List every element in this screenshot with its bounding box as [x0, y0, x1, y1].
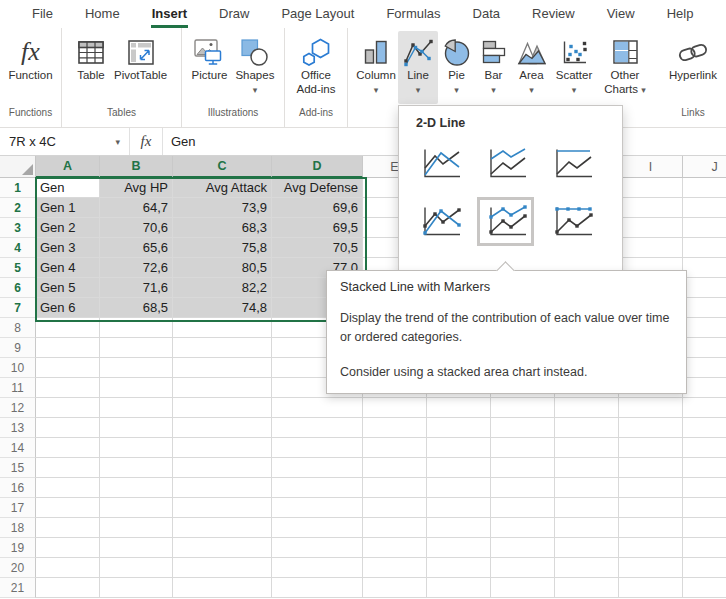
cell-B20[interactable]	[100, 558, 173, 578]
tab-draw[interactable]: Draw	[203, 0, 265, 28]
cell-J7[interactable]	[683, 298, 726, 318]
cell-B11[interactable]	[100, 378, 173, 398]
cell-H15[interactable]	[555, 458, 619, 478]
cell-I4[interactable]	[619, 238, 683, 258]
gallery-item-line[interactable]	[411, 139, 468, 188]
cell-E15[interactable]	[363, 458, 427, 478]
pivottable-button[interactable]: PivotTable	[111, 31, 170, 83]
cell-I14[interactable]	[619, 438, 683, 458]
cell-B15[interactable]	[100, 458, 173, 478]
cell-I3[interactable]	[619, 218, 683, 238]
cell-C18[interactable]	[173, 518, 272, 538]
cell-C14[interactable]	[173, 438, 272, 458]
gallery-item-100-stacked-line[interactable]	[543, 139, 600, 188]
cell-B10[interactable]	[100, 358, 173, 378]
cell-D4[interactable]: 70,5	[272, 238, 363, 258]
column-header-B[interactable]: B	[100, 156, 173, 178]
cell-H20[interactable]	[555, 558, 619, 578]
cell-A11[interactable]	[36, 378, 100, 398]
row-header-6[interactable]: 6	[0, 278, 36, 298]
cell-J8[interactable]	[683, 318, 726, 338]
cell-B9[interactable]	[100, 338, 173, 358]
other-charts-button[interactable]: OtherCharts ▾	[597, 31, 653, 104]
cell-B3[interactable]: 70,6	[100, 218, 173, 238]
row-header-16[interactable]: 16	[0, 478, 36, 498]
tab-data[interactable]: Data	[457, 0, 516, 28]
cell-C1[interactable]: Avg Attack	[173, 178, 272, 198]
cell-J14[interactable]	[683, 438, 726, 458]
cell-B21[interactable]	[100, 578, 173, 598]
row-header-18[interactable]: 18	[0, 518, 36, 538]
cell-E18[interactable]	[363, 518, 427, 538]
cell-J4[interactable]	[683, 238, 726, 258]
cell-I18[interactable]	[619, 518, 683, 538]
cell-C7[interactable]: 74,8	[173, 298, 272, 318]
select-all-corner[interactable]	[0, 156, 36, 178]
row-header-21[interactable]: 21	[0, 578, 36, 598]
cell-H16[interactable]	[555, 478, 619, 498]
cell-G18[interactable]	[491, 518, 555, 538]
cell-H17[interactable]	[555, 498, 619, 518]
cell-A17[interactable]	[36, 498, 100, 518]
cell-D18[interactable]	[272, 518, 363, 538]
cell-H14[interactable]	[555, 438, 619, 458]
cell-C11[interactable]	[173, 378, 272, 398]
cell-C19[interactable]	[173, 538, 272, 558]
row-header-17[interactable]: 17	[0, 498, 36, 518]
cell-B7[interactable]: 68,5	[100, 298, 173, 318]
cell-B2[interactable]: 64,7	[100, 198, 173, 218]
cell-C15[interactable]	[173, 458, 272, 478]
cell-D12[interactable]	[272, 398, 363, 418]
cell-A13[interactable]	[36, 418, 100, 438]
row-header-20[interactable]: 20	[0, 558, 36, 578]
gallery-item-line-with-markers[interactable]	[411, 197, 468, 246]
name-box-chevron-icon[interactable]: ▾	[115, 137, 120, 147]
cell-J1[interactable]	[683, 178, 726, 198]
cell-A1[interactable]: Gen	[36, 178, 100, 198]
row-header-3[interactable]: 3	[0, 218, 36, 238]
cell-A3[interactable]: Gen 2	[36, 218, 100, 238]
column-button[interactable]: Column▾	[354, 31, 398, 104]
area-button[interactable]: Area▾	[512, 31, 551, 104]
shapes-button[interactable]: Shapes▾	[232, 31, 277, 95]
cell-E14[interactable]	[363, 438, 427, 458]
cell-E13[interactable]	[363, 418, 427, 438]
cell-A18[interactable]	[36, 518, 100, 538]
row-header-15[interactable]: 15	[0, 458, 36, 478]
cell-J13[interactable]	[683, 418, 726, 438]
cell-E12[interactable]	[363, 398, 427, 418]
column-header-J[interactable]: J	[683, 156, 726, 178]
cell-A14[interactable]	[36, 438, 100, 458]
cell-A8[interactable]	[36, 318, 100, 338]
cell-A12[interactable]	[36, 398, 100, 418]
name-box[interactable]: 7R x 4C ▾	[0, 128, 130, 155]
cell-I1[interactable]	[619, 178, 683, 198]
cell-J16[interactable]	[683, 478, 726, 498]
cell-J17[interactable]	[683, 498, 726, 518]
row-header-12[interactable]: 12	[0, 398, 36, 418]
row-header-8[interactable]: 8	[0, 318, 36, 338]
column-header-C[interactable]: C	[173, 156, 272, 178]
cell-H12[interactable]	[555, 398, 619, 418]
cell-A20[interactable]	[36, 558, 100, 578]
cell-D16[interactable]	[272, 478, 363, 498]
cell-G13[interactable]	[491, 418, 555, 438]
cell-I20[interactable]	[619, 558, 683, 578]
cell-A2[interactable]: Gen 1	[36, 198, 100, 218]
cell-B18[interactable]	[100, 518, 173, 538]
cell-E19[interactable]	[363, 538, 427, 558]
cell-A15[interactable]	[36, 458, 100, 478]
gallery-item-100-stacked-line-with-markers[interactable]	[543, 197, 600, 246]
cell-G19[interactable]	[491, 538, 555, 558]
cell-B4[interactable]: 65,6	[100, 238, 173, 258]
picture-button[interactable]: Picture	[189, 31, 231, 83]
tab-help[interactable]: Help	[651, 0, 710, 28]
cell-I16[interactable]	[619, 478, 683, 498]
cell-B8[interactable]	[100, 318, 173, 338]
cell-B19[interactable]	[100, 538, 173, 558]
cell-B17[interactable]	[100, 498, 173, 518]
cell-D2[interactable]: 69,6	[272, 198, 363, 218]
cell-D3[interactable]: 69,5	[272, 218, 363, 238]
cell-H21[interactable]	[555, 578, 619, 598]
row-header-1[interactable]: 1	[0, 178, 36, 198]
